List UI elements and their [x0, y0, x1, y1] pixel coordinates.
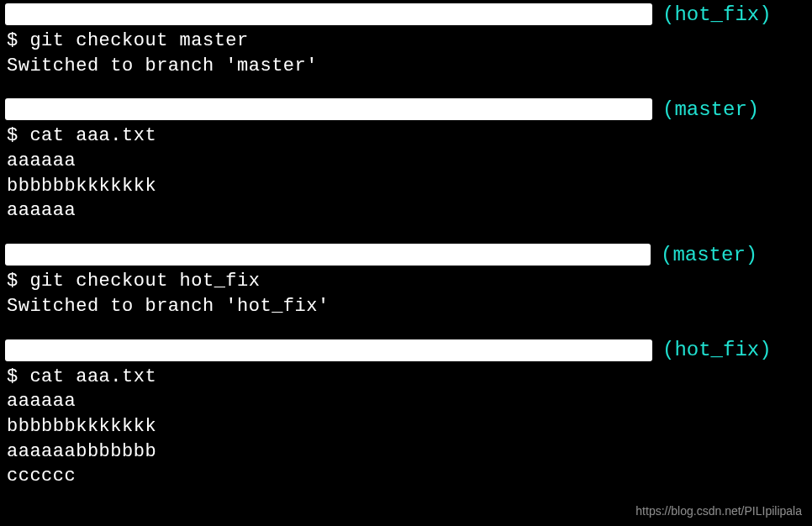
watermark: https://blog.csdn.net/PILIpilipala	[635, 504, 802, 518]
prompt-redacted-row: (master)	[0, 242, 812, 267]
output-line: bbbbbbkkkkkkk	[0, 174, 812, 199]
prompt-symbol: $	[7, 125, 18, 146]
redacted-bar	[5, 3, 652, 25]
command-line[interactable]: $ git checkout master	[0, 29, 812, 54]
branch-label: (hot_fix)	[652, 339, 772, 361]
output-line: aaaaaa	[0, 389, 812, 414]
prompt-symbol: $	[7, 30, 18, 51]
redacted-bar	[5, 98, 652, 120]
prompt-symbol: $	[7, 271, 18, 292]
output-line: Switched to branch 'hot_fix'	[0, 294, 812, 319]
spacer	[0, 319, 812, 336]
redacted-bar	[5, 244, 651, 266]
branch-label: (master)	[652, 98, 759, 121]
output-line: aaaaaa	[0, 149, 812, 174]
output-line: bbbbbbkkkkkkk	[0, 414, 812, 439]
branch-label: (master)	[651, 244, 757, 266]
output-line: Switched to branch 'master'	[0, 54, 812, 79]
command-line[interactable]: $ git checkout hot_fix	[0, 269, 812, 294]
command-line[interactable]: $ cat aaa.txt	[0, 124, 812, 149]
prompt-redacted-row: (hot_fix)	[0, 338, 812, 363]
branch-label: (hot_fix)	[652, 3, 772, 26]
output-line: cccccc	[0, 464, 812, 489]
command-text: git checkout master	[29, 30, 248, 51]
output-line: aaaaaabbbbbbb	[0, 439, 812, 465]
spacer	[0, 224, 812, 240]
prompt-redacted-row: (master)	[0, 97, 812, 122]
command-text: git checkout hot_fix	[29, 271, 260, 292]
command-text: cat aaa.txt	[29, 125, 156, 146]
output-line: aaaaaa	[0, 198, 812, 224]
prompt-symbol: $	[7, 366, 18, 387]
redacted-bar	[5, 339, 652, 361]
command-text: cat aaa.txt	[29, 366, 156, 387]
command-line[interactable]: $ cat aaa.txt	[0, 365, 812, 390]
prompt-redacted-row: (hot_fix)	[0, 2, 812, 27]
spacer	[0, 78, 812, 95]
